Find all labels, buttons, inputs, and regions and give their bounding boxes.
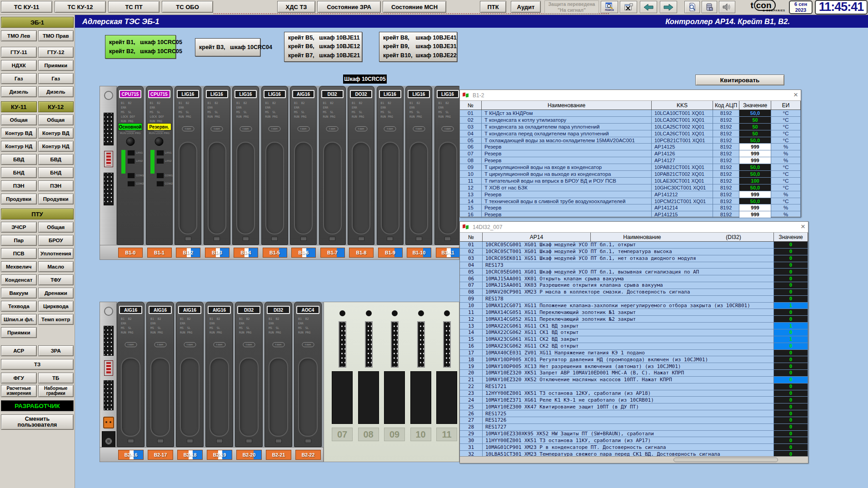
adc-code: 8192 bbox=[713, 150, 739, 157]
sidebar-item-БВД[interactable]: БВД bbox=[38, 154, 74, 165]
back-button[interactable] bbox=[640, 1, 657, 13]
sidebar-item-ПЭН[interactable]: ПЭН bbox=[1, 180, 37, 191]
unit: °C bbox=[771, 124, 801, 130]
crate-button-b3[interactable]: крейт В3, шкаф 10CRC04 bbox=[195, 38, 260, 56]
sidebar-item-ГТУ-12[interactable]: ГТУ-12 bbox=[38, 47, 74, 58]
close-icon[interactable]: × bbox=[801, 223, 805, 230]
window2-titlebar[interactable]: 14DI32_007 × bbox=[460, 222, 808, 233]
nav-ptk[interactable]: ПТК bbox=[480, 1, 506, 13]
sidebar-item-Общая[interactable]: Общая bbox=[38, 222, 74, 233]
sidebar-item-Контур НД[interactable]: Контур НД bbox=[38, 141, 74, 152]
sidebar-item-ЗРА[interactable]: ЗРА bbox=[38, 345, 74, 356]
sidebar-item-Газ[interactable]: Газ bbox=[38, 73, 74, 84]
signal-description: 10MAX22CG062 XG11 СК1 ВД открыт bbox=[483, 329, 774, 336]
sidebar-item-Продувки[interactable]: Продувки bbox=[1, 194, 37, 204]
close-icon[interactable]: × bbox=[793, 91, 798, 99]
cpu-port-com2 bbox=[156, 181, 164, 187]
sidebar-item-ТМО Лев[interactable]: ТМО Лев bbox=[1, 30, 37, 41]
crate-button-b8-b10[interactable]: крейт В8, шкаф 10BJE41 крейт В9, шкаф 10… bbox=[379, 32, 457, 62]
sidebar-item-Техвода[interactable]: Техвода bbox=[1, 301, 37, 312]
sidebar-item-ТФУ[interactable]: ТФУ bbox=[38, 274, 74, 285]
sidebar-item-Газ[interactable]: Газ bbox=[1, 73, 37, 84]
window1-titlebar[interactable]: B1-2 × bbox=[460, 90, 801, 101]
sidebar-item-Расчетные|измерения[interactable]: Расчетныеизмерения bbox=[1, 385, 37, 397]
module-di32-slot5: DI32B1 B2 ERR MS SL RUN PRGt con bbox=[264, 302, 292, 447]
sidebar-item-Дренажи[interactable]: Дренажи bbox=[38, 288, 74, 299]
sidebar-item-Дизель[interactable]: Дизель bbox=[1, 86, 37, 97]
nav-ts-ku11[interactable]: ТС КУ-11 bbox=[1, 1, 52, 13]
cpu-port-com1 bbox=[156, 173, 164, 179]
sidebar-item-ТБ[interactable]: ТБ bbox=[38, 373, 74, 383]
sidebar-item-Темп контр[interactable]: Темп контр bbox=[38, 314, 74, 325]
acknowledge-button[interactable]: Квитировать bbox=[695, 75, 784, 85]
row-number: 26 bbox=[460, 410, 483, 417]
nav-state-msn[interactable]: Состояние МСН bbox=[383, 1, 446, 13]
signal-value: 999 bbox=[739, 150, 771, 157]
sidebar-item-Контур НД[interactable]: Контур НД bbox=[1, 141, 37, 152]
close-window-button[interactable] bbox=[620, 1, 637, 13]
sidebar-item-Вакуум[interactable]: Вакуум bbox=[1, 288, 37, 299]
sidebar-item-Шпил.и фл.[interactable]: Шпил.и фл. bbox=[1, 314, 37, 325]
sidebar-item-НДХК[interactable]: НДХК bbox=[1, 60, 37, 71]
sidebar-item-ТМО Прав[interactable]: ТМО Прав bbox=[38, 30, 74, 41]
sidebar-section-ПТУ[interactable]: ПТУ bbox=[1, 209, 74, 219]
table-row: 10Т циркуляционной воды на выходе из кон… bbox=[460, 171, 801, 178]
sound-button[interactable] bbox=[719, 1, 735, 13]
scrollbar-thumb[interactable] bbox=[673, 458, 778, 462]
cpu-port-label: COM1 bbox=[165, 174, 173, 177]
nav-state-zra[interactable]: Состояние ЗРА bbox=[317, 1, 381, 13]
signal-name: Резерв bbox=[482, 157, 652, 164]
sidebar-item-БНД[interactable]: БНД bbox=[38, 167, 74, 178]
sidebar-item-Приямки[interactable]: Приямки bbox=[38, 60, 74, 71]
signal-name: Резерв bbox=[482, 204, 652, 211]
sidebar-item-АСР[interactable]: АСР bbox=[1, 345, 37, 356]
sidebar-section-КУ-11[interactable]: КУ-11 bbox=[1, 101, 37, 112]
sidebar-item-ТЗ[interactable]: ТЗ bbox=[1, 359, 74, 370]
search-button[interactable]: ПОИСК bbox=[601, 1, 618, 13]
sidebar-item-ГТУ-11[interactable]: ГТУ-11 bbox=[1, 47, 37, 58]
sidebar-item-Дизель[interactable]: Дизель bbox=[38, 86, 74, 97]
horizontal-scrollbar[interactable] bbox=[460, 456, 808, 463]
module-di32-slot4: DI32B1 B2 ERR MS SL RUN PRGt con bbox=[235, 302, 263, 447]
sidebar-section-КУ-12[interactable]: КУ-12 bbox=[38, 101, 74, 112]
sidebar-item-Общая[interactable]: Общая bbox=[38, 115, 74, 125]
sidebar-item-Уплотнения[interactable]: Уплотнения bbox=[38, 248, 74, 259]
sidebar-item-Контур ВД[interactable]: Контур ВД bbox=[1, 128, 37, 139]
nav-hds-tz[interactable]: ХДС ТЗ bbox=[277, 1, 315, 13]
sidebar-item-Контур ВД[interactable]: Контур ВД bbox=[38, 128, 74, 139]
sidebar-item-ПЭН[interactable]: ПЭН bbox=[38, 180, 74, 191]
sidebar-item-Масло[interactable]: Масло bbox=[38, 261, 74, 272]
terminal-connector-strip bbox=[443, 321, 451, 368]
sidebar-item-БРОУ[interactable]: БРОУ bbox=[38, 235, 74, 246]
sidebar-item-Конденсат[interactable]: Конденсат bbox=[1, 274, 37, 285]
sidebar-item-Пар[interactable]: Пар bbox=[1, 235, 37, 246]
crate-button-b5-b7[interactable]: крейт В5, шкаф 10BJE11 крейт В6, шкаф 10… bbox=[284, 32, 362, 62]
signal-value: 0 bbox=[774, 296, 808, 303]
sidebar-item-Наборные|графики[interactable]: Наборныеграфики bbox=[38, 385, 74, 397]
sidebar-item-БВД[interactable]: БВД bbox=[1, 154, 37, 165]
nav-audit[interactable]: Аудит bbox=[511, 1, 541, 13]
sidebar-item-ПСВ[interactable]: ПСВ bbox=[1, 248, 37, 259]
forward-button[interactable] bbox=[660, 1, 677, 13]
crate-button-b1-b2[interactable]: крейт В1, шкаф 10CRC05 крейт В2, шкаф 10… bbox=[105, 35, 176, 59]
nav-ts-obo[interactable]: ТС ОБО bbox=[162, 1, 213, 13]
module-indicator-leds: B1 B2 ERR MS SL RUN PRG bbox=[298, 317, 310, 335]
module-tecon-logo: t con bbox=[239, 126, 252, 131]
sidebar-item-Мехвелич[interactable]: Мехвелич bbox=[1, 261, 37, 272]
sidebar-item-Продувки[interactable]: Продувки bbox=[38, 194, 74, 204]
slot-label-b2-16: B2-16 bbox=[118, 450, 144, 460]
sidebar-item-Сменить-пользователя[interactable]: Сменитьпользователя bbox=[1, 414, 74, 430]
sidebar-item-Общая[interactable]: Общая bbox=[1, 115, 37, 125]
archive-button[interactable] bbox=[702, 1, 717, 13]
nav-ts-ku12[interactable]: ТС КУ-12 bbox=[55, 1, 106, 13]
zoom-document-button[interactable] bbox=[684, 1, 700, 13]
sidebar-item-ФГУ[interactable]: ФГУ bbox=[1, 373, 37, 383]
sidebar-item-Цирквода[interactable]: Цирквода bbox=[38, 301, 74, 312]
sidebar-section-ЭБ-1[interactable]: ЭБ-1 bbox=[1, 17, 74, 28]
sidebar-item-Приямки[interactable]: Приямки bbox=[1, 327, 37, 338]
sidebar-item-БНД[interactable]: БНД bbox=[1, 167, 37, 178]
nav-ts-pt[interactable]: ТС ПТ bbox=[108, 1, 160, 13]
terminal-cable-duct bbox=[410, 371, 431, 424]
table-row: 1810MAY10DP005 XC01 Регулятор давления Н… bbox=[460, 356, 808, 363]
sidebar-item-ЭЧСР[interactable]: ЭЧСР bbox=[1, 222, 37, 233]
